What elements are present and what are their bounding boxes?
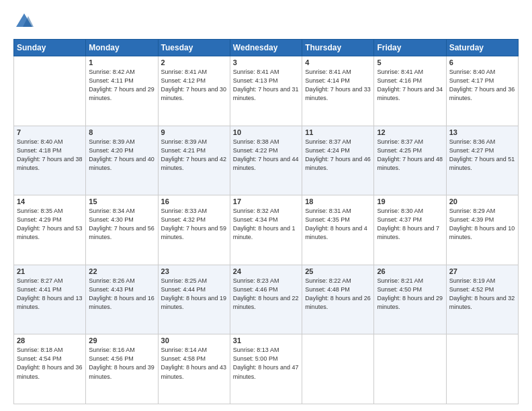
calendar-cell: 13Sunrise: 8:36 AMSunset: 4:27 PMDayligh… xyxy=(446,126,518,195)
page: SundayMondayTuesdayWednesdayThursdayFrid… xyxy=(0,0,532,411)
weekday-header: Thursday xyxy=(302,40,374,56)
calendar-cell: 18Sunrise: 8:31 AMSunset: 4:35 PMDayligh… xyxy=(302,195,374,265)
day-number: 31 xyxy=(233,336,299,345)
calendar-cell: 1Sunrise: 8:42 AMSunset: 4:11 PMDaylight… xyxy=(86,56,158,126)
day-number: 17 xyxy=(233,197,299,205)
day-info: Sunrise: 8:21 AMSunset: 4:50 PMDaylight:… xyxy=(377,277,443,312)
calendar-cell: 31Sunrise: 8:13 AMSunset: 5:00 PMDayligh… xyxy=(230,334,302,404)
weekday-header: Tuesday xyxy=(158,40,230,56)
day-info: Sunrise: 8:36 AMSunset: 4:27 PMDaylight:… xyxy=(449,138,515,173)
day-info: Sunrise: 8:19 AMSunset: 4:52 PMDaylight:… xyxy=(449,277,515,312)
calendar-week-row: 7Sunrise: 8:40 AMSunset: 4:18 PMDaylight… xyxy=(14,126,519,195)
day-info: Sunrise: 8:30 AMSunset: 4:37 PMDaylight:… xyxy=(377,207,443,242)
weekday-header: Monday xyxy=(86,40,158,56)
day-info: Sunrise: 8:35 AMSunset: 4:29 PMDaylight:… xyxy=(17,207,83,242)
calendar-cell: 7Sunrise: 8:40 AMSunset: 4:18 PMDaylight… xyxy=(14,126,86,195)
day-info: Sunrise: 8:18 AMSunset: 4:54 PMDaylight:… xyxy=(17,346,83,381)
day-info: Sunrise: 8:40 AMSunset: 4:18 PMDaylight:… xyxy=(17,138,83,173)
calendar-week-row: 1Sunrise: 8:42 AMSunset: 4:11 PMDaylight… xyxy=(14,56,519,126)
day-number: 10 xyxy=(233,128,299,136)
calendar-cell: 24Sunrise: 8:23 AMSunset: 4:46 PMDayligh… xyxy=(230,265,302,334)
day-info: Sunrise: 8:42 AMSunset: 4:11 PMDaylight:… xyxy=(89,68,154,103)
calendar-cell xyxy=(446,334,518,404)
day-info: Sunrise: 8:41 AMSunset: 4:14 PMDaylight:… xyxy=(305,68,371,103)
day-number: 2 xyxy=(161,58,227,66)
day-info: Sunrise: 8:38 AMSunset: 4:22 PMDaylight:… xyxy=(233,138,299,173)
day-info: Sunrise: 8:14 AMSunset: 4:58 PMDaylight:… xyxy=(161,346,227,381)
day-info: Sunrise: 8:22 AMSunset: 4:48 PMDaylight:… xyxy=(305,277,371,312)
day-info: Sunrise: 8:39 AMSunset: 4:20 PMDaylight:… xyxy=(89,138,154,173)
header xyxy=(13,11,519,32)
calendar-cell: 22Sunrise: 8:26 AMSunset: 4:43 PMDayligh… xyxy=(86,265,158,334)
header-row: SundayMondayTuesdayWednesdayThursdayFrid… xyxy=(14,40,519,56)
calendar-cell: 25Sunrise: 8:22 AMSunset: 4:48 PMDayligh… xyxy=(302,265,374,334)
logo-icon xyxy=(13,11,35,32)
day-info: Sunrise: 8:26 AMSunset: 4:43 PMDaylight:… xyxy=(89,277,154,312)
day-number: 29 xyxy=(89,336,154,345)
day-number: 18 xyxy=(305,197,371,205)
day-number: 24 xyxy=(233,267,299,275)
calendar-cell: 11Sunrise: 8:37 AMSunset: 4:24 PMDayligh… xyxy=(302,126,374,195)
day-number: 4 xyxy=(305,58,371,66)
day-number: 7 xyxy=(17,128,83,136)
day-info: Sunrise: 8:32 AMSunset: 4:34 PMDaylight:… xyxy=(233,207,299,242)
calendar-cell: 5Sunrise: 8:41 AMSunset: 4:16 PMDaylight… xyxy=(374,56,446,126)
calendar-cell: 29Sunrise: 8:16 AMSunset: 4:56 PMDayligh… xyxy=(86,334,158,404)
day-number: 26 xyxy=(377,267,443,275)
day-info: Sunrise: 8:25 AMSunset: 4:44 PMDaylight:… xyxy=(161,277,227,312)
day-number: 12 xyxy=(377,128,443,136)
calendar-cell: 16Sunrise: 8:33 AMSunset: 4:32 PMDayligh… xyxy=(158,195,230,265)
calendar-cell: 12Sunrise: 8:37 AMSunset: 4:25 PMDayligh… xyxy=(374,126,446,195)
day-number: 14 xyxy=(17,197,83,205)
calendar-cell: 10Sunrise: 8:38 AMSunset: 4:22 PMDayligh… xyxy=(230,126,302,195)
day-info: Sunrise: 8:40 AMSunset: 4:17 PMDaylight:… xyxy=(449,68,515,103)
calendar-week-row: 21Sunrise: 8:27 AMSunset: 4:41 PMDayligh… xyxy=(14,265,519,334)
calendar-cell: 9Sunrise: 8:39 AMSunset: 4:21 PMDaylight… xyxy=(158,126,230,195)
calendar-cell xyxy=(14,56,86,126)
calendar-week-row: 14Sunrise: 8:35 AMSunset: 4:29 PMDayligh… xyxy=(14,195,519,265)
calendar-cell: 21Sunrise: 8:27 AMSunset: 4:41 PMDayligh… xyxy=(14,265,86,334)
calendar-cell: 3Sunrise: 8:41 AMSunset: 4:13 PMDaylight… xyxy=(230,56,302,126)
day-number: 9 xyxy=(161,128,227,136)
day-number: 13 xyxy=(449,128,515,136)
calendar-cell: 2Sunrise: 8:41 AMSunset: 4:12 PMDaylight… xyxy=(158,56,230,126)
calendar-cell: 23Sunrise: 8:25 AMSunset: 4:44 PMDayligh… xyxy=(158,265,230,334)
logo xyxy=(13,11,38,32)
calendar-cell: 17Sunrise: 8:32 AMSunset: 4:34 PMDayligh… xyxy=(230,195,302,265)
day-info: Sunrise: 8:34 AMSunset: 4:30 PMDaylight:… xyxy=(89,207,154,242)
calendar-week-row: 28Sunrise: 8:18 AMSunset: 4:54 PMDayligh… xyxy=(14,334,519,404)
day-info: Sunrise: 8:41 AMSunset: 4:12 PMDaylight:… xyxy=(161,68,227,103)
day-number: 23 xyxy=(161,267,227,275)
day-number: 20 xyxy=(449,197,515,205)
day-info: Sunrise: 8:13 AMSunset: 5:00 PMDaylight:… xyxy=(233,346,299,381)
day-number: 6 xyxy=(449,58,515,66)
day-number: 15 xyxy=(89,197,154,205)
day-info: Sunrise: 8:39 AMSunset: 4:21 PMDaylight:… xyxy=(161,138,227,173)
day-info: Sunrise: 8:41 AMSunset: 4:16 PMDaylight:… xyxy=(377,68,443,103)
weekday-header: Sunday xyxy=(14,40,86,56)
day-info: Sunrise: 8:29 AMSunset: 4:39 PMDaylight:… xyxy=(449,207,515,242)
calendar-cell: 27Sunrise: 8:19 AMSunset: 4:52 PMDayligh… xyxy=(446,265,518,334)
day-info: Sunrise: 8:16 AMSunset: 4:56 PMDaylight:… xyxy=(89,346,154,381)
day-number: 30 xyxy=(161,336,227,345)
weekday-header: Friday xyxy=(374,40,446,56)
calendar-cell: 30Sunrise: 8:14 AMSunset: 4:58 PMDayligh… xyxy=(158,334,230,404)
calendar-cell: 6Sunrise: 8:40 AMSunset: 4:17 PMDaylight… xyxy=(446,56,518,126)
day-info: Sunrise: 8:23 AMSunset: 4:46 PMDaylight:… xyxy=(233,277,299,312)
day-number: 22 xyxy=(89,267,154,275)
day-info: Sunrise: 8:37 AMSunset: 4:25 PMDaylight:… xyxy=(377,138,443,173)
calendar-cell: 26Sunrise: 8:21 AMSunset: 4:50 PMDayligh… xyxy=(374,265,446,334)
calendar-cell xyxy=(374,334,446,404)
day-info: Sunrise: 8:41 AMSunset: 4:13 PMDaylight:… xyxy=(233,68,299,103)
calendar-cell: 4Sunrise: 8:41 AMSunset: 4:14 PMDaylight… xyxy=(302,56,374,126)
weekday-header: Wednesday xyxy=(230,40,302,56)
day-number: 25 xyxy=(305,267,371,275)
calendar-cell: 28Sunrise: 8:18 AMSunset: 4:54 PMDayligh… xyxy=(14,334,86,404)
day-number: 19 xyxy=(377,197,443,205)
day-number: 16 xyxy=(161,197,227,205)
day-info: Sunrise: 8:27 AMSunset: 4:41 PMDaylight:… xyxy=(17,277,83,312)
day-info: Sunrise: 8:31 AMSunset: 4:35 PMDaylight:… xyxy=(305,207,371,242)
calendar-cell: 14Sunrise: 8:35 AMSunset: 4:29 PMDayligh… xyxy=(14,195,86,265)
day-number: 8 xyxy=(89,128,154,136)
day-info: Sunrise: 8:37 AMSunset: 4:24 PMDaylight:… xyxy=(305,138,371,173)
